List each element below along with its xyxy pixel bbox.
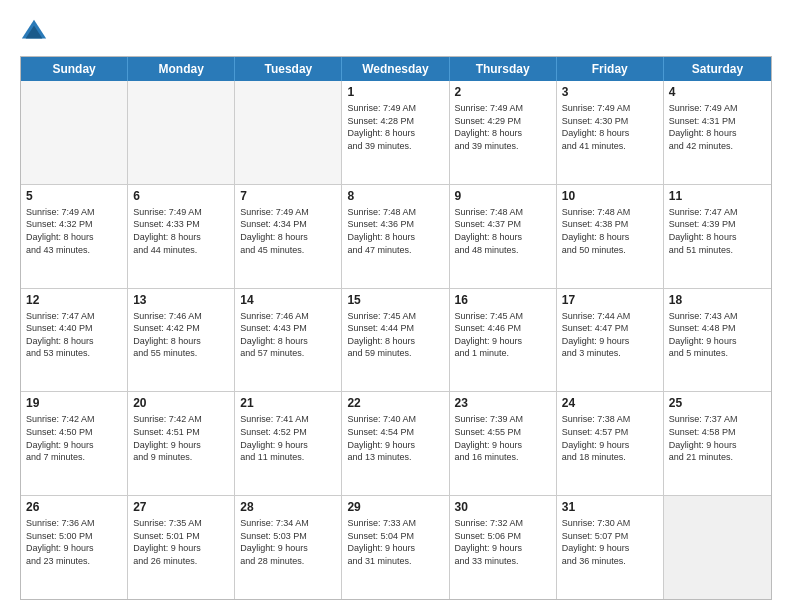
weekday-header-sunday: Sunday: [21, 57, 128, 81]
day-number: 15: [347, 293, 443, 307]
cell-text: Sunrise: 7:43 AM Sunset: 4:48 PM Dayligh…: [669, 310, 766, 360]
day-number: 17: [562, 293, 658, 307]
cell-text: Sunrise: 7:45 AM Sunset: 4:46 PM Dayligh…: [455, 310, 551, 360]
calendar-cell-1-3: [235, 81, 342, 184]
cell-text: Sunrise: 7:49 AM Sunset: 4:31 PM Dayligh…: [669, 102, 766, 152]
day-number: 8: [347, 189, 443, 203]
weekday-header-wednesday: Wednesday: [342, 57, 449, 81]
cell-text: Sunrise: 7:45 AM Sunset: 4:44 PM Dayligh…: [347, 310, 443, 360]
cell-text: Sunrise: 7:42 AM Sunset: 4:50 PM Dayligh…: [26, 413, 122, 463]
cell-text: Sunrise: 7:49 AM Sunset: 4:30 PM Dayligh…: [562, 102, 658, 152]
calendar-cell-5-2: 27Sunrise: 7:35 AM Sunset: 5:01 PM Dayli…: [128, 496, 235, 599]
cell-text: Sunrise: 7:46 AM Sunset: 4:42 PM Dayligh…: [133, 310, 229, 360]
cell-text: Sunrise: 7:39 AM Sunset: 4:55 PM Dayligh…: [455, 413, 551, 463]
calendar-cell-3-7: 18Sunrise: 7:43 AM Sunset: 4:48 PM Dayli…: [664, 289, 771, 392]
cell-text: Sunrise: 7:49 AM Sunset: 4:29 PM Dayligh…: [455, 102, 551, 152]
cell-text: Sunrise: 7:35 AM Sunset: 5:01 PM Dayligh…: [133, 517, 229, 567]
cell-text: Sunrise: 7:37 AM Sunset: 4:58 PM Dayligh…: [669, 413, 766, 463]
calendar-week-4: 19Sunrise: 7:42 AM Sunset: 4:50 PM Dayli…: [21, 392, 771, 496]
calendar-cell-3-6: 17Sunrise: 7:44 AM Sunset: 4:47 PM Dayli…: [557, 289, 664, 392]
day-number: 29: [347, 500, 443, 514]
calendar-cell-1-2: [128, 81, 235, 184]
calendar-cell-2-4: 8Sunrise: 7:48 AM Sunset: 4:36 PM Daylig…: [342, 185, 449, 288]
calendar-cell-2-6: 10Sunrise: 7:48 AM Sunset: 4:38 PM Dayli…: [557, 185, 664, 288]
calendar-cell-1-1: [21, 81, 128, 184]
page-header: [20, 18, 772, 46]
day-number: 3: [562, 85, 658, 99]
calendar-cell-4-5: 23Sunrise: 7:39 AM Sunset: 4:55 PM Dayli…: [450, 392, 557, 495]
day-number: 28: [240, 500, 336, 514]
cell-text: Sunrise: 7:49 AM Sunset: 4:33 PM Dayligh…: [133, 206, 229, 256]
cell-text: Sunrise: 7:36 AM Sunset: 5:00 PM Dayligh…: [26, 517, 122, 567]
logo: [20, 18, 52, 46]
weekday-header-tuesday: Tuesday: [235, 57, 342, 81]
weekday-header-thursday: Thursday: [450, 57, 557, 81]
calendar-cell-1-5: 2Sunrise: 7:49 AM Sunset: 4:29 PM Daylig…: [450, 81, 557, 184]
cell-text: Sunrise: 7:48 AM Sunset: 4:38 PM Dayligh…: [562, 206, 658, 256]
calendar-cell-2-3: 7Sunrise: 7:49 AM Sunset: 4:34 PM Daylig…: [235, 185, 342, 288]
cell-text: Sunrise: 7:48 AM Sunset: 4:36 PM Dayligh…: [347, 206, 443, 256]
day-number: 16: [455, 293, 551, 307]
day-number: 10: [562, 189, 658, 203]
calendar-week-3: 12Sunrise: 7:47 AM Sunset: 4:40 PM Dayli…: [21, 289, 771, 393]
calendar-week-1: 1Sunrise: 7:49 AM Sunset: 4:28 PM Daylig…: [21, 81, 771, 185]
day-number: 22: [347, 396, 443, 410]
day-number: 18: [669, 293, 766, 307]
cell-text: Sunrise: 7:49 AM Sunset: 4:28 PM Dayligh…: [347, 102, 443, 152]
calendar-cell-2-1: 5Sunrise: 7:49 AM Sunset: 4:32 PM Daylig…: [21, 185, 128, 288]
calendar-cell-5-7: [664, 496, 771, 599]
weekday-header-friday: Friday: [557, 57, 664, 81]
day-number: 31: [562, 500, 658, 514]
calendar-cell-2-5: 9Sunrise: 7:48 AM Sunset: 4:37 PM Daylig…: [450, 185, 557, 288]
cell-text: Sunrise: 7:49 AM Sunset: 4:32 PM Dayligh…: [26, 206, 122, 256]
calendar-cell-2-2: 6Sunrise: 7:49 AM Sunset: 4:33 PM Daylig…: [128, 185, 235, 288]
calendar-cell-4-2: 20Sunrise: 7:42 AM Sunset: 4:51 PM Dayli…: [128, 392, 235, 495]
day-number: 11: [669, 189, 766, 203]
cell-text: Sunrise: 7:44 AM Sunset: 4:47 PM Dayligh…: [562, 310, 658, 360]
calendar-cell-3-5: 16Sunrise: 7:45 AM Sunset: 4:46 PM Dayli…: [450, 289, 557, 392]
calendar-cell-4-3: 21Sunrise: 7:41 AM Sunset: 4:52 PM Dayli…: [235, 392, 342, 495]
day-number: 26: [26, 500, 122, 514]
cell-text: Sunrise: 7:38 AM Sunset: 4:57 PM Dayligh…: [562, 413, 658, 463]
calendar-cell-5-3: 28Sunrise: 7:34 AM Sunset: 5:03 PM Dayli…: [235, 496, 342, 599]
calendar-week-5: 26Sunrise: 7:36 AM Sunset: 5:00 PM Dayli…: [21, 496, 771, 599]
calendar-cell-1-7: 4Sunrise: 7:49 AM Sunset: 4:31 PM Daylig…: [664, 81, 771, 184]
weekday-header-saturday: Saturday: [664, 57, 771, 81]
day-number: 19: [26, 396, 122, 410]
calendar-header: SundayMondayTuesdayWednesdayThursdayFrid…: [21, 57, 771, 81]
weekday-header-monday: Monday: [128, 57, 235, 81]
calendar-week-2: 5Sunrise: 7:49 AM Sunset: 4:32 PM Daylig…: [21, 185, 771, 289]
calendar-cell-3-1: 12Sunrise: 7:47 AM Sunset: 4:40 PM Dayli…: [21, 289, 128, 392]
day-number: 14: [240, 293, 336, 307]
day-number: 9: [455, 189, 551, 203]
cell-text: Sunrise: 7:42 AM Sunset: 4:51 PM Dayligh…: [133, 413, 229, 463]
cell-text: Sunrise: 7:33 AM Sunset: 5:04 PM Dayligh…: [347, 517, 443, 567]
day-number: 25: [669, 396, 766, 410]
calendar-cell-3-4: 15Sunrise: 7:45 AM Sunset: 4:44 PM Dayli…: [342, 289, 449, 392]
cell-text: Sunrise: 7:41 AM Sunset: 4:52 PM Dayligh…: [240, 413, 336, 463]
calendar-cell-5-5: 30Sunrise: 7:32 AM Sunset: 5:06 PM Dayli…: [450, 496, 557, 599]
day-number: 5: [26, 189, 122, 203]
cell-text: Sunrise: 7:47 AM Sunset: 4:40 PM Dayligh…: [26, 310, 122, 360]
calendar-cell-3-2: 13Sunrise: 7:46 AM Sunset: 4:42 PM Dayli…: [128, 289, 235, 392]
calendar-cell-5-1: 26Sunrise: 7:36 AM Sunset: 5:00 PM Dayli…: [21, 496, 128, 599]
calendar-cell-1-6: 3Sunrise: 7:49 AM Sunset: 4:30 PM Daylig…: [557, 81, 664, 184]
cell-text: Sunrise: 7:40 AM Sunset: 4:54 PM Dayligh…: [347, 413, 443, 463]
day-number: 12: [26, 293, 122, 307]
calendar-cell-4-7: 25Sunrise: 7:37 AM Sunset: 4:58 PM Dayli…: [664, 392, 771, 495]
calendar-cell-2-7: 11Sunrise: 7:47 AM Sunset: 4:39 PM Dayli…: [664, 185, 771, 288]
day-number: 13: [133, 293, 229, 307]
day-number: 21: [240, 396, 336, 410]
cell-text: Sunrise: 7:48 AM Sunset: 4:37 PM Dayligh…: [455, 206, 551, 256]
day-number: 27: [133, 500, 229, 514]
day-number: 20: [133, 396, 229, 410]
cell-text: Sunrise: 7:32 AM Sunset: 5:06 PM Dayligh…: [455, 517, 551, 567]
calendar-cell-1-4: 1Sunrise: 7:49 AM Sunset: 4:28 PM Daylig…: [342, 81, 449, 184]
day-number: 24: [562, 396, 658, 410]
calendar-cell-4-6: 24Sunrise: 7:38 AM Sunset: 4:57 PM Dayli…: [557, 392, 664, 495]
day-number: 1: [347, 85, 443, 99]
cell-text: Sunrise: 7:46 AM Sunset: 4:43 PM Dayligh…: [240, 310, 336, 360]
day-number: 7: [240, 189, 336, 203]
day-number: 2: [455, 85, 551, 99]
calendar-cell-5-6: 31Sunrise: 7:30 AM Sunset: 5:07 PM Dayli…: [557, 496, 664, 599]
